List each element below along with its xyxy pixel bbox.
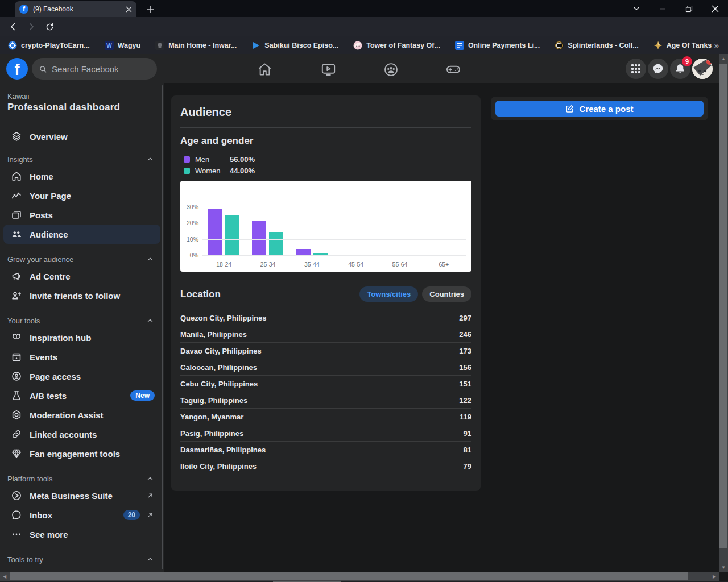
crypto-favicon (8, 41, 17, 50)
sidebar-item-linked-accounts[interactable]: Linked accounts (3, 425, 160, 444)
sidebar-item-label: Inbox (30, 510, 52, 520)
sidebar-section-header[interactable]: Platform tools (7, 472, 155, 485)
bar-men-18-24[interactable] (208, 209, 222, 256)
count-badge: 20 (123, 510, 140, 520)
location-toggle-towns-cities[interactable]: Towns/cities (359, 286, 418, 302)
bar-women-25-34[interactable] (269, 232, 283, 256)
sidebar-item-your-page[interactable]: Your Page (3, 186, 160, 205)
profile-avatar[interactable] (692, 59, 713, 79)
sidebar-item-a-b-tests[interactable]: A/B testsNew (3, 386, 160, 405)
avatar-status-dot (706, 59, 712, 65)
sidebar-item-label: Moderation Assist (30, 410, 103, 420)
bookmark-item[interactable]: Splinterlands - Coll... (555, 41, 638, 50)
create-post-button[interactable]: Create a post (495, 101, 704, 117)
bookmark-item[interactable]: Age Of Tanks (653, 41, 712, 50)
scroll-left-arrow[interactable]: ◀ (0, 572, 9, 581)
bookmark-item[interactable]: Online Payments Li... (455, 41, 540, 50)
bookmark-label: Wagyu (118, 41, 141, 49)
wagyu-favicon: W (105, 41, 114, 50)
new-tab-button[interactable] (143, 2, 158, 16)
location-label: Cebu City, Philippines (180, 380, 258, 388)
y-axis-tick: 10% (187, 236, 198, 243)
sidebar-section-header[interactable]: Grow your audience (7, 253, 155, 265)
back-button[interactable] (5, 18, 22, 35)
watch-tab-icon[interactable] (317, 61, 340, 77)
bar-group-65+ (422, 186, 466, 256)
bar-women-18-24[interactable] (225, 215, 239, 256)
facebook-search[interactable] (32, 58, 157, 80)
bookmark-label: Sabikui Bisco Episo... (264, 41, 338, 49)
browser-tab[interactable]: f (9) Facebook (15, 1, 136, 17)
sidebar-scrollbar[interactable] (162, 85, 163, 569)
sidebar-item-inspiration-hub[interactable]: Inspiration hub (3, 328, 160, 347)
sidebar-item-moderation-assist[interactable]: Moderation Assist (3, 405, 160, 425)
sidebar-item-posts[interactable]: Posts (3, 205, 160, 225)
sidebar-item-label: Overview (30, 132, 68, 142)
scroll-down-arrow[interactable]: ▼ (719, 563, 728, 572)
bookmark-label: Splinterlands - Coll... (568, 41, 638, 49)
tab-close-icon[interactable] (126, 6, 132, 13)
sidebar-item-inbox[interactable]: Inbox20 (3, 505, 160, 525)
sidebar-item-see-more[interactable]: See more (3, 525, 160, 544)
sidebar-item-page-access[interactable]: Page access (3, 367, 160, 386)
window-close-button[interactable] (702, 0, 728, 17)
facebook-logo[interactable]: f (6, 58, 28, 80)
horizontal-scroll-thumb[interactable] (10, 572, 688, 580)
ellipsis-icon (11, 529, 22, 540)
apps-menu-button[interactable] (626, 59, 646, 79)
sidebar-item-overview[interactable]: Overview (3, 127, 160, 146)
section-label: Tools to try (7, 555, 43, 564)
sidebar-section-header[interactable]: Your tools (7, 314, 155, 327)
bookmarks-overflow-icon[interactable]: » (714, 36, 719, 54)
forward-button[interactable] (23, 18, 40, 35)
reload-button[interactable] (41, 18, 58, 35)
location-value: 156 (459, 363, 471, 372)
sidebar-item-ad-centre[interactable]: Ad Centre (3, 267, 160, 286)
bookmark-item[interactable]: Main Home - Inwar... (155, 41, 237, 50)
scroll-up-arrow[interactable]: ▲ (719, 54, 728, 63)
messenger-button[interactable] (648, 59, 668, 79)
legend-label: Women (195, 167, 225, 175)
sidebar-item-fan-engagement-tools[interactable]: Fan engagement tools (3, 444, 160, 463)
bookmark-item[interactable]: WWagyu (105, 41, 141, 50)
tab-title: (9) Facebook (33, 5, 121, 13)
vertical-scroll-thumb[interactable] (719, 64, 727, 548)
groups-tab-icon[interactable] (379, 61, 402, 77)
megaphone-icon (11, 271, 22, 282)
gridline (202, 207, 466, 207)
search-input[interactable] (52, 64, 143, 74)
sidebar-item-meta-business-suite[interactable]: Meta Business Suite (3, 486, 160, 505)
bookmark-item[interactable]: crypto-PlayToEarn... (8, 41, 90, 50)
vertical-scrollbar[interactable]: ▲ ▼ (719, 54, 728, 572)
x-axis-label: 25-34 (246, 261, 289, 268)
tab-search-chevron-icon[interactable] (623, 0, 650, 17)
location-value: 173 (459, 347, 471, 355)
sidebar-item-invite-friends-to-follow[interactable]: Invite friends to follow (3, 286, 160, 305)
gaming-tab-icon[interactable] (442, 61, 465, 77)
sidebar-section-header[interactable]: Tools to try (7, 553, 155, 566)
sidebar-item-home[interactable]: Home (3, 167, 160, 186)
sidebar-section-header[interactable]: Insights (7, 153, 155, 165)
notifications-button[interactable]: 9 (670, 59, 690, 79)
bookmark-item[interactable]: Tower of Fantasy Of... (353, 41, 440, 50)
x-axis-label: 45-54 (334, 261, 378, 268)
chevron-up-icon (146, 255, 155, 264)
legend-row: Men56.00% (184, 153, 471, 165)
sidebar-item-audience[interactable]: Audience (3, 225, 160, 244)
chevron-up-icon (146, 474, 155, 483)
scroll-right-arrow[interactable]: ▶ (710, 572, 719, 581)
location-toggle-countries[interactable]: Countries (422, 286, 471, 302)
location-label: Davao City, Philippines (180, 347, 262, 355)
calendar-icon (11, 351, 22, 363)
sidebar-item-events[interactable]: Events (3, 347, 160, 367)
window-minimize-button[interactable] (650, 0, 676, 17)
bookmark-item[interactable]: Sabikui Bisco Episo... (251, 41, 338, 50)
sidebar-item-brand-collab[interactable]: Brand Collab (3, 567, 160, 572)
location-value: 246 (459, 330, 471, 339)
window-restore-button[interactable] (676, 0, 702, 17)
home-tab-icon[interactable] (253, 61, 276, 77)
bookmark-label: Age Of Tanks (667, 41, 712, 49)
location-row: Dasmariñas, Philippines81 (180, 442, 471, 458)
horizontal-scrollbar[interactable]: ◀ ▶ (0, 572, 719, 581)
bar-men-25-34[interactable] (252, 221, 266, 256)
